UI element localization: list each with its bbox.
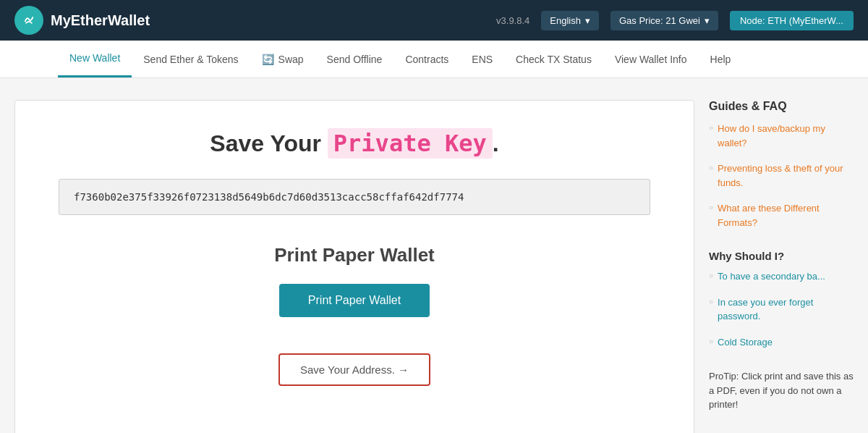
- why-item-1: ○ In case you ever forget password.: [709, 295, 854, 329]
- private-key-highlight: Private Key: [328, 128, 493, 159]
- print-section-title: Print Paper Wallet: [274, 244, 435, 266]
- bullet-1: ○: [709, 164, 713, 172]
- node-selector[interactable]: Node: ETH (MyEtherW...: [730, 11, 854, 30]
- save-address-button[interactable]: Save Your Address. →: [278, 353, 430, 386]
- gas-price-selector[interactable]: Gas Price: 21 Gwei ▾: [610, 11, 718, 30]
- faq-item-1: ○ Preventing loss & theft of your funds.: [709, 161, 854, 196]
- why-link-1[interactable]: In case you ever forget password.: [718, 295, 854, 324]
- faq-link-1[interactable]: Preventing loss & theft of your funds.: [718, 161, 854, 190]
- logo-text: MyEtherWallet: [51, 12, 150, 29]
- nav-new-wallet[interactable]: New Wallet: [58, 41, 132, 77]
- faq-link-0[interactable]: How do I save/backup my wallet?: [718, 122, 854, 150]
- header: MyEtherWallet v3.9.8.4 English ▾ Gas Pri…: [0, 0, 868, 41]
- why-title: Why Should I?: [709, 250, 854, 262]
- why-link-2[interactable]: Cold Storage: [718, 335, 773, 350]
- why-link-0[interactable]: To have a secondary ba...: [718, 269, 825, 284]
- protip-text: ProTip: Click print and save this as a P…: [709, 369, 854, 412]
- why-section: Why Should I? ○ To have a secondary ba..…: [709, 250, 854, 355]
- nav-swap[interactable]: 🔄 Swap: [250, 42, 315, 77]
- faq-item-2: ○ What are these Different Formats?: [709, 201, 854, 235]
- why-item-2: ○ Cold Storage: [709, 335, 854, 356]
- version-text: v3.9.8.4: [496, 15, 529, 26]
- why-bullet-0: ○: [709, 272, 713, 279]
- main-layout: Save Your Private Key. f7360b02e375f3392…: [0, 78, 868, 433]
- nav-send-ether[interactable]: Send Ether & Tokens: [132, 42, 250, 77]
- nav-contracts[interactable]: Contracts: [393, 42, 460, 77]
- why-bullet-1: ○: [709, 298, 713, 306]
- swap-icon: 🔄: [262, 54, 274, 65]
- save-title: Save Your Private Key.: [210, 130, 498, 157]
- nav-help[interactable]: Help: [699, 42, 743, 77]
- private-key-box: f7360b02e375f33926f0723138d5649b6dc7d60d…: [59, 179, 650, 215]
- sidebar: Guides & FAQ ○ How do I save/backup my w…: [709, 100, 854, 433]
- nav-view-wallet[interactable]: View Wallet Info: [603, 42, 699, 77]
- nav-send-offline[interactable]: Send Offline: [315, 42, 394, 77]
- guides-faq-title: Guides & FAQ: [709, 100, 854, 113]
- language-selector[interactable]: English ▾: [541, 11, 599, 30]
- print-paper-wallet-button[interactable]: Print Paper Wallet: [279, 284, 430, 317]
- why-bullet-2: ○: [709, 337, 713, 345]
- nav-ens[interactable]: ENS: [460, 42, 504, 77]
- bullet-0: ○: [709, 124, 713, 132]
- guides-faq-section: Guides & FAQ ○ How do I save/backup my w…: [709, 100, 854, 235]
- logo-icon: [14, 6, 43, 35]
- nav-check-tx[interactable]: Check TX Status: [504, 42, 603, 77]
- content-card: Save Your Private Key. f7360b02e375f3392…: [14, 100, 694, 433]
- faq-link-2[interactable]: What are these Different Formats?: [718, 201, 854, 230]
- why-item-0: ○ To have a secondary ba...: [709, 269, 854, 290]
- main-nav: New Wallet Send Ether & Tokens 🔄 Swap Se…: [0, 41, 868, 78]
- logo: MyEtherWallet: [14, 6, 150, 35]
- bullet-2: ○: [709, 203, 713, 211]
- faq-item-0: ○ How do I save/backup my wallet?: [709, 122, 854, 156]
